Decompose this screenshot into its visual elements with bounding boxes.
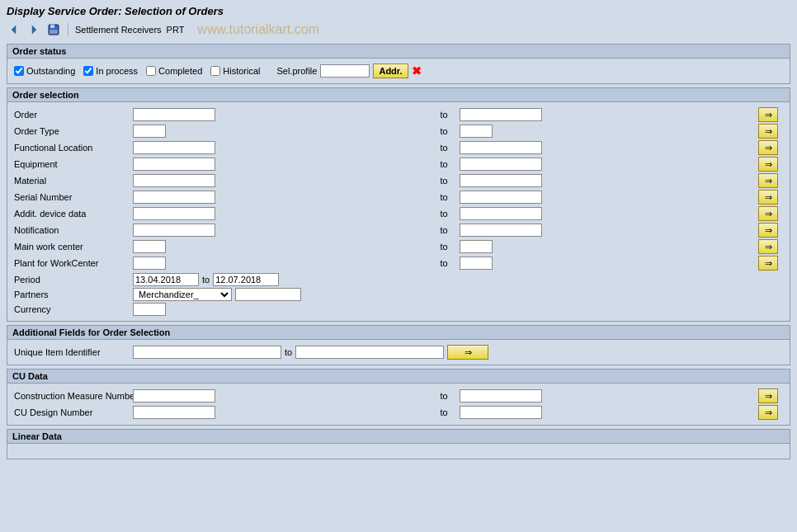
cu-arrow-button-0[interactable]: ⇒ bbox=[758, 388, 778, 403]
uid-from-input[interactable] bbox=[133, 346, 281, 359]
to-label-6: to bbox=[432, 209, 456, 219]
cu-from-1[interactable] bbox=[133, 406, 215, 419]
field-to-4[interactable] bbox=[460, 174, 542, 187]
historical-checkbox-label[interactable]: Historical bbox=[210, 66, 260, 76]
prt-link[interactable]: PRT bbox=[167, 25, 185, 35]
field-label-5: Serial Number bbox=[14, 192, 130, 202]
field-label-6: Addit. device data bbox=[14, 209, 130, 219]
cu-to-input-1[interactable] bbox=[460, 406, 542, 419]
field-to-8[interactable] bbox=[460, 240, 493, 253]
currency-label: Currency bbox=[14, 304, 130, 314]
partners-value-input[interactable] bbox=[235, 288, 301, 301]
arrow-button-3[interactable]: ⇒ bbox=[758, 157, 778, 172]
arrow-button-9[interactable]: ⇒ bbox=[758, 256, 778, 271]
period-from-input[interactable] bbox=[133, 273, 199, 286]
order-selection-body: Orderto⇒Order Typeto⇒Functional Location… bbox=[7, 102, 790, 321]
uid-to-input[interactable] bbox=[295, 346, 444, 359]
toolbar: Settlement Receivers PRT www.tutorialkar… bbox=[0, 21, 797, 40]
field-from-7[interactable] bbox=[133, 224, 215, 237]
cu-data-header: CU Data bbox=[7, 370, 790, 384]
order-status-section: Order status Outstanding In process Comp… bbox=[7, 44, 790, 84]
cu-to-label-1: to bbox=[432, 407, 456, 417]
completed-checkbox-label[interactable]: Completed bbox=[146, 66, 202, 76]
to-label-7: to bbox=[432, 225, 456, 235]
cu-from-0[interactable] bbox=[133, 389, 215, 403]
field-to-9[interactable] bbox=[460, 257, 493, 270]
field-label-2: Functional Location bbox=[14, 143, 130, 153]
field-to-5[interactable] bbox=[460, 191, 542, 204]
field-from-9[interactable] bbox=[133, 257, 166, 270]
field-from-3[interactable] bbox=[133, 158, 215, 171]
cu-arrow-button-1[interactable]: ⇒ bbox=[758, 405, 778, 420]
cu-data-section: CU Data Construction Measure Numberto⇒CU… bbox=[7, 369, 790, 426]
watermark: www.tutorialkart.com bbox=[197, 22, 319, 37]
clear-button[interactable]: ✖ bbox=[412, 65, 422, 77]
order-selection-header: Order selection bbox=[7, 88, 790, 102]
back-icon[interactable] bbox=[7, 22, 21, 37]
arrow-button-2[interactable]: ⇒ bbox=[758, 140, 778, 155]
svg-rect-3 bbox=[50, 25, 54, 28]
to-label-8: to bbox=[432, 242, 456, 252]
additional-fields-section: Additional Fields for Order Selection Un… bbox=[7, 325, 790, 365]
arrow-button-5[interactable]: ⇒ bbox=[758, 190, 778, 205]
arrow-button-1[interactable]: ⇒ bbox=[758, 124, 778, 139]
cu-to-label-0: to bbox=[432, 391, 456, 401]
order-selection-section: Order selection Orderto⇒Order Typeto⇒Fun… bbox=[7, 87, 790, 322]
historical-checkbox[interactable] bbox=[210, 66, 220, 76]
field-to-1[interactable] bbox=[460, 125, 493, 138]
order-selection-grid: Orderto⇒Order Typeto⇒Functional Location… bbox=[14, 107, 783, 271]
order-status-body: Outstanding In process Completed Histori… bbox=[7, 59, 790, 83]
order-status-header: Order status bbox=[7, 45, 790, 59]
arrow-button-4[interactable]: ⇒ bbox=[758, 173, 778, 188]
field-to-0[interactable] bbox=[460, 108, 542, 121]
status-row: Outstanding In process Completed Histori… bbox=[14, 64, 783, 78]
save-icon[interactable] bbox=[46, 22, 61, 37]
to-label-1: to bbox=[432, 126, 456, 136]
partners-dropdown[interactable]: Merchandizer_ bbox=[133, 288, 232, 301]
in-process-checkbox[interactable] bbox=[83, 66, 93, 76]
completed-checkbox[interactable] bbox=[146, 66, 156, 76]
linear-data-body bbox=[7, 444, 790, 459]
arrow-button-6[interactable]: ⇒ bbox=[758, 206, 778, 221]
sel-profile-input[interactable] bbox=[320, 64, 370, 78]
currency-input[interactable] bbox=[133, 303, 166, 316]
field-from-8[interactable] bbox=[133, 240, 166, 253]
outstanding-checkbox-label[interactable]: Outstanding bbox=[14, 66, 75, 76]
to-label-5: to bbox=[432, 192, 456, 202]
separator bbox=[68, 23, 68, 36]
field-label-1: Order Type bbox=[14, 126, 130, 136]
period-label: Period bbox=[14, 275, 130, 285]
uid-label: Unique Item Identifier bbox=[14, 347, 130, 357]
arrow-button-0[interactable]: ⇒ bbox=[758, 107, 778, 122]
field-from-2[interactable] bbox=[133, 141, 215, 154]
uid-to-label: to bbox=[285, 347, 292, 357]
field-to-3[interactable] bbox=[460, 158, 542, 171]
arrow-button-7[interactable]: ⇒ bbox=[758, 223, 778, 238]
field-to-7[interactable] bbox=[460, 224, 542, 237]
field-label-8: Main work center bbox=[14, 242, 130, 252]
cu-to-input-0[interactable] bbox=[460, 389, 542, 403]
to-label-9: to bbox=[432, 258, 456, 268]
field-to-6[interactable] bbox=[460, 207, 542, 220]
field-from-4[interactable] bbox=[133, 174, 215, 187]
field-from-5[interactable] bbox=[133, 191, 215, 204]
field-from-0[interactable] bbox=[133, 108, 215, 121]
in-process-checkbox-label[interactable]: In process bbox=[83, 66, 138, 76]
period-row: Period to bbox=[14, 273, 783, 286]
uid-arrow-button[interactable]: ⇒ bbox=[447, 345, 488, 360]
field-to-2[interactable] bbox=[460, 141, 542, 154]
svg-rect-4 bbox=[50, 30, 58, 34]
additional-fields-body: Unique Item Identifier to ⇒ bbox=[7, 340, 790, 365]
forward-icon[interactable] bbox=[26, 22, 41, 37]
sel-profile-label: Sel.profile bbox=[277, 66, 318, 76]
period-to-input[interactable] bbox=[213, 273, 279, 286]
addr-button[interactable]: Addr. bbox=[373, 64, 408, 78]
outstanding-checkbox[interactable] bbox=[14, 66, 24, 76]
partners-row: Partners Merchandizer_ bbox=[14, 288, 783, 301]
settlement-receivers-link[interactable]: Settlement Receivers bbox=[75, 25, 162, 35]
field-from-1[interactable] bbox=[133, 125, 166, 138]
partners-label: Partners bbox=[14, 290, 130, 299]
arrow-button-8[interactable]: ⇒ bbox=[758, 239, 778, 254]
field-from-6[interactable] bbox=[133, 207, 215, 220]
cu-field-label-1: CU Design Number bbox=[14, 407, 130, 417]
